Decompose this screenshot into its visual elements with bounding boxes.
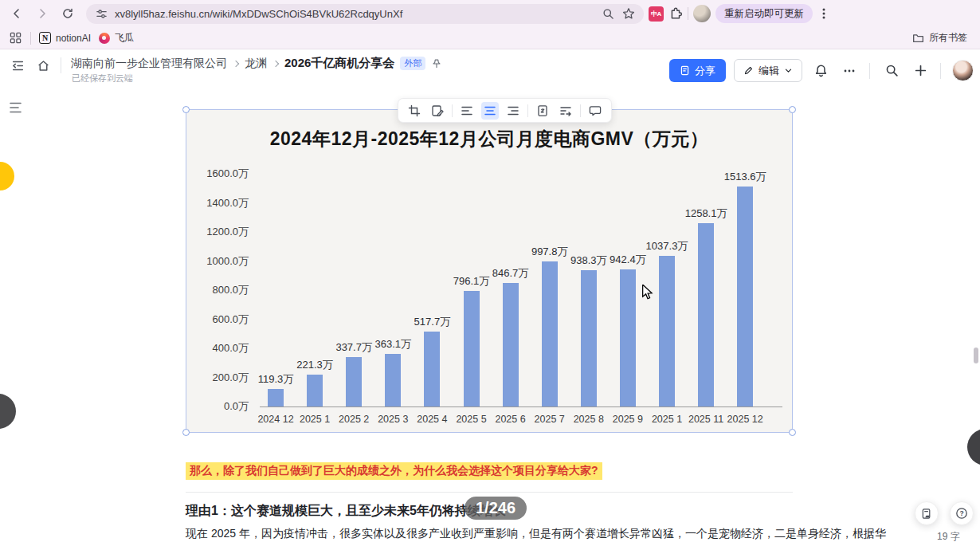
crop-icon[interactable] — [406, 102, 423, 120]
bar — [424, 332, 440, 406]
floating-bubble-yellow[interactable] — [0, 162, 14, 190]
more-actions-icon[interactable] — [839, 61, 860, 81]
url-text[interactable]: xv8lyll5haz.feishu.cn/wiki/MxDDwSChOiS4B… — [115, 8, 594, 20]
bar-value-label: 363.1万 — [359, 337, 426, 352]
divider — [688, 7, 688, 20]
bookmark-notionai[interactable]: N notionAI — [39, 32, 91, 44]
divider — [30, 32, 31, 45]
all-bookmarks-button[interactable]: 所有书签 — [912, 31, 972, 45]
align-right-icon[interactable] — [504, 102, 522, 120]
bookmark-star-icon[interactable] — [621, 6, 636, 21]
copy-link-icon[interactable] — [534, 102, 551, 120]
y-axis-tick-label: 1400.0万 — [186, 197, 249, 210]
pin-icon[interactable] — [431, 58, 442, 69]
bar — [307, 375, 323, 406]
apps-grid-icon[interactable] — [8, 31, 22, 45]
comment-icon[interactable] — [586, 102, 604, 120]
page-indicator: 1/246 — [465, 497, 527, 520]
browser-menu-icon[interactable] — [817, 3, 830, 24]
annotate-icon[interactable] — [429, 102, 446, 120]
body-paragraph[interactable]: 现在 2025 年，因为疫情冲击，很多实体以及很多产业收到严重影响，但是有两个赛… — [186, 526, 970, 541]
folder-icon — [912, 32, 924, 44]
forward-icon[interactable] — [32, 3, 53, 24]
selection-handle[interactable] — [182, 106, 190, 113]
y-axis-tick-label: 0.0万 — [186, 400, 249, 413]
bar — [464, 291, 480, 406]
chevron-right-icon — [233, 60, 239, 66]
question-icon: ? — [955, 507, 968, 520]
bar — [620, 269, 636, 406]
sidebar-toggle-icon[interactable] — [8, 56, 27, 75]
home-icon[interactable] — [33, 56, 53, 75]
align-left-icon[interactable] — [458, 102, 476, 120]
divider — [940, 63, 941, 79]
y-axis-tick-label: 800.0万 — [186, 284, 249, 297]
catalog-button[interactable] — [915, 501, 939, 525]
create-new-icon[interactable] — [910, 61, 931, 81]
browser-update-button[interactable]: 重新启动即可更新 — [715, 4, 813, 23]
bar-value-label: 119.3万 — [242, 372, 309, 387]
bookmarks-bar: N notionAI 飞瓜 所有书签 — [0, 27, 980, 49]
floating-bubble-right[interactable] — [967, 429, 980, 465]
zoom-icon[interactable] — [601, 6, 615, 21]
share-button[interactable]: 分享 — [669, 59, 726, 82]
edit-button[interactable]: 编辑 — [734, 59, 802, 82]
divider — [186, 492, 793, 493]
translate-extension-icon[interactable]: 中A — [649, 6, 664, 22]
share-button-label: 分享 — [695, 64, 715, 78]
selection-handle[interactable] — [182, 429, 190, 436]
pencil-icon — [743, 65, 754, 76]
chart-plot: 0.0万200.0万400.0万600.0万800.0万1000.0万1200.… — [186, 110, 792, 432]
divider — [580, 104, 581, 117]
breadcrumb-item-space[interactable]: 龙渊 — [245, 57, 267, 71]
scrollbar-thumb[interactable] — [974, 348, 978, 363]
browser-profile-avatar[interactable] — [693, 5, 711, 22]
bar-value-label: 1258.1万 — [672, 206, 739, 221]
bookmark-feigua[interactable]: 飞瓜 — [99, 31, 134, 45]
chart-image-block[interactable]: 2024年12月-2025年12月公司月度电商GMV（万元） 0.0万200.0… — [186, 109, 793, 433]
y-axis-tick-label: 400.0万 — [186, 342, 249, 355]
bar — [268, 389, 284, 406]
notifications-bell-icon[interactable] — [810, 61, 831, 81]
y-axis-tick-label: 1200.0万 — [186, 226, 249, 238]
edit-button-label: 编辑 — [759, 64, 779, 78]
convert-to-icon[interactable] — [557, 102, 574, 120]
bookmark-label: notionAI — [56, 33, 91, 44]
bar-value-label: 517.7万 — [398, 315, 465, 329]
breadcrumb-item-company[interactable]: 湖南向前一步企业管理有限公司 — [71, 57, 227, 71]
bar — [503, 283, 519, 406]
user-avatar[interactable] — [952, 60, 974, 81]
app-header: 湖南向前一步企业管理有限公司 龙渊 2026千亿商机分享会 外部 已经保存到云端… — [0, 49, 980, 91]
help-button[interactable]: ? — [950, 501, 974, 525]
search-icon[interactable] — [881, 61, 902, 81]
outline-menu-icon[interactable] — [10, 102, 24, 116]
y-axis-tick-label: 200.0万 — [186, 371, 249, 384]
divider — [61, 57, 61, 73]
browser-toolbar: xv8lyll5haz.feishu.cn/wiki/MxDDwSChOiS4B… — [0, 0, 980, 27]
selection-handle[interactable] — [789, 429, 796, 436]
bar-value-label: 1037.3万 — [633, 239, 700, 253]
highlighted-text[interactable]: 那么，除了我们自己做到了巨大的成绩之外，为什么我会选择这个项目分享给大家? — [186, 462, 602, 480]
selection-handle[interactable] — [789, 106, 796, 113]
chevron-down-icon — [784, 66, 793, 75]
back-icon[interactable] — [6, 3, 27, 24]
address-bar[interactable]: xv8lyll5haz.feishu.cn/wiki/MxDDwSChOiS4B… — [86, 4, 644, 24]
reload-icon[interactable] — [57, 3, 78, 24]
divider — [452, 104, 453, 117]
word-count: 19 字 — [937, 530, 960, 542]
screen: xv8lyll5haz.feishu.cn/wiki/MxDDwSChOiS4B… — [0, 0, 980, 542]
page-title[interactable]: 2026千亿商机分享会 — [284, 56, 394, 71]
align-center-icon[interactable] — [481, 102, 499, 120]
y-axis-tick-label: 600.0万 — [186, 313, 249, 326]
extensions-icon[interactable] — [668, 6, 683, 21]
site-settings-icon[interactable] — [94, 6, 108, 21]
divider — [527, 104, 528, 117]
image-toolbar — [398, 98, 612, 123]
mouse-cursor — [641, 285, 654, 303]
bar — [542, 261, 558, 406]
x-axis-tick-label: 2025 12 — [711, 414, 778, 425]
reason-heading[interactable]: 理由1：这个赛道规模巨大，且至少未来5年仍将持续增长 — [186, 503, 506, 520]
floating-bubble-left[interactable] — [0, 394, 16, 429]
bar-value-label: 221.3万 — [281, 358, 348, 372]
chevron-right-icon — [272, 60, 279, 66]
